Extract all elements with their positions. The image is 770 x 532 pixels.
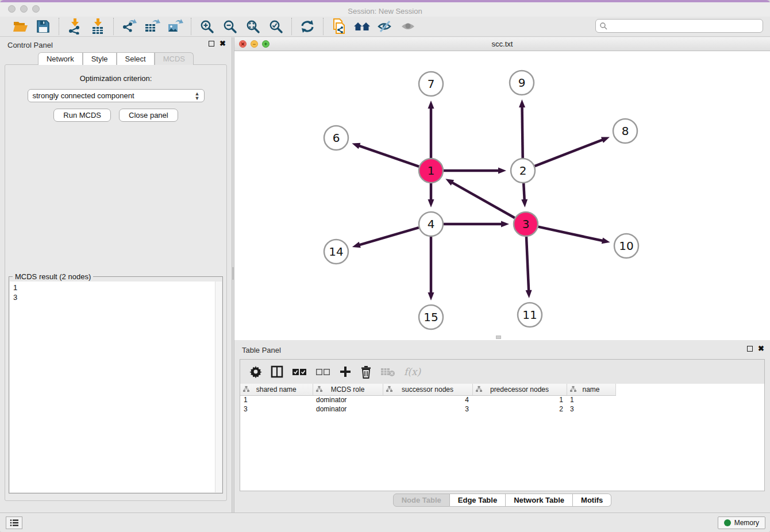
search-box[interactable] <box>595 19 763 33</box>
edge-4-15[interactable] <box>428 237 434 300</box>
tab-network-table[interactable]: Network Table <box>506 494 573 507</box>
node-6[interactable]: 6 <box>324 126 348 150</box>
save-session-icon[interactable] <box>34 18 52 35</box>
close-panel-icon[interactable]: ✖ <box>220 40 226 47</box>
export-network-icon[interactable] <box>121 18 138 35</box>
add-row-icon[interactable] <box>339 363 352 380</box>
edge-4-3[interactable] <box>444 221 509 228</box>
memory-label: Memory <box>734 519 759 527</box>
cell-shared-name[interactable]: 1 <box>240 395 313 404</box>
edge-2-9[interactable] <box>519 99 525 158</box>
tab-node-table[interactable]: Node Table <box>393 494 450 507</box>
node-1[interactable]: 1 <box>419 159 443 183</box>
tab-network[interactable]: Network <box>38 52 83 65</box>
node-4[interactable]: 4 <box>419 212 443 236</box>
deselect-all-checks-icon[interactable] <box>315 363 330 380</box>
edge-2-3[interactable] <box>521 183 528 207</box>
tab-mcds[interactable]: MCDS <box>155 52 194 65</box>
node-9[interactable]: 9 <box>510 71 534 95</box>
close-panel-button[interactable]: Close panel <box>119 109 178 122</box>
show-all-icon[interactable] <box>399 18 417 35</box>
node-7[interactable]: 7 <box>419 72 443 96</box>
cell-MCDS-role[interactable]: dominator <box>313 404 383 414</box>
close-table-panel-icon[interactable]: ✖ <box>758 345 764 352</box>
mcds-result-item[interactable]: 1 <box>13 283 222 292</box>
edge-1-7[interactable] <box>428 101 434 158</box>
optimization-criterion-label: Optimization criterion: <box>5 74 226 83</box>
criterion-select[interactable]: strongly connected component ▲▼ <box>28 89 205 102</box>
column-header-name[interactable]: name <box>567 384 615 395</box>
edge-4-14[interactable] <box>352 228 419 248</box>
cell-predecessor-nodes[interactable]: 2 <box>472 404 567 414</box>
run-mcds-button[interactable]: Run MCDS <box>53 109 111 122</box>
network-splitter-grip[interactable] <box>496 336 501 339</box>
node-3[interactable]: 3 <box>514 212 538 236</box>
zoom-fit-icon[interactable] <box>244 18 261 35</box>
task-history-button[interactable] <box>6 516 22 529</box>
cell-shared-name[interactable]: 3 <box>240 404 313 414</box>
first-neighbors-icon[interactable] <box>353 18 371 35</box>
zoom-out-icon[interactable] <box>221 18 238 35</box>
table-row[interactable]: 3dominator323 <box>240 404 764 414</box>
cell-MCDS-role[interactable]: dominator <box>313 395 383 404</box>
control-panel: Control Panel ✖ NetworkStyleSelectMCDS O… <box>0 37 232 512</box>
network-view-titlebar[interactable]: ✕ − + scc.txt <box>234 37 770 51</box>
svg-text:4: 4 <box>428 217 435 231</box>
search-input[interactable] <box>607 22 759 30</box>
refresh-icon[interactable] <box>299 18 316 35</box>
show-columns-icon[interactable] <box>271 363 283 380</box>
node-14[interactable]: 14 <box>324 240 348 264</box>
network-canvas[interactable]: 1234678910111415 <box>234 51 770 340</box>
export-table-icon[interactable] <box>144 18 161 35</box>
export-image-icon[interactable] <box>167 18 184 35</box>
svg-text:11: 11 <box>522 308 537 322</box>
tab-motifs[interactable]: Motifs <box>573 494 611 507</box>
open-session-icon[interactable] <box>11 18 29 35</box>
mcds-result-list[interactable]: 13 <box>10 282 222 492</box>
import-table-icon[interactable] <box>89 18 106 35</box>
node-10[interactable]: 10 <box>614 234 638 258</box>
tab-select[interactable]: Select <box>117 52 155 65</box>
cell-successor-nodes[interactable]: 4 <box>383 395 472 404</box>
memory-button[interactable]: Memory <box>718 516 765 529</box>
column-header-shared-name[interactable]: shared name <box>240 384 313 395</box>
float-panel-icon[interactable] <box>209 41 214 47</box>
tab-style[interactable]: Style <box>83 52 117 65</box>
edge-3-11[interactable] <box>526 237 532 298</box>
column-header-MCDS-role[interactable]: MCDS role <box>313 384 383 395</box>
edge-1-6[interactable] <box>352 143 419 167</box>
node-8[interactable]: 8 <box>613 119 637 143</box>
edge-1-2[interactable] <box>444 168 506 174</box>
node-11[interactable]: 11 <box>518 303 542 327</box>
mcds-result-group: MCDS result (2 nodes) 13 <box>9 276 223 494</box>
import-network-icon[interactable] <box>66 18 83 35</box>
column-header-predecessor-nodes[interactable]: predecessor nodes <box>472 384 567 395</box>
cell-predecessor-nodes[interactable]: 1 <box>472 395 567 404</box>
column-type-icon <box>316 386 322 394</box>
node-2[interactable]: 2 <box>511 159 535 183</box>
node-15[interactable]: 15 <box>419 305 443 329</box>
table-row[interactable]: 1dominator411 <box>240 395 764 404</box>
zoom-in-icon[interactable] <box>198 18 215 35</box>
cell-successor-nodes[interactable]: 3 <box>383 404 472 414</box>
mcds-result-item[interactable]: 3 <box>13 292 222 302</box>
zoom-selected-icon[interactable] <box>267 18 284 35</box>
mcds-result-scrollbar[interactable] <box>215 282 222 492</box>
edge-3-1[interactable] <box>445 179 515 218</box>
cell-name[interactable]: 3 <box>567 404 615 414</box>
function-builder-icon[interactable]: f(x) <box>404 363 421 380</box>
table-settings-icon[interactable] <box>249 363 262 380</box>
delete-row-icon[interactable] <box>360 363 372 380</box>
tab-edge-table[interactable]: Edge Table <box>450 494 506 507</box>
delete-table-icon[interactable] <box>380 363 395 380</box>
column-header-successor-nodes[interactable]: successor nodes <box>383 384 472 395</box>
cell-name[interactable]: 1 <box>567 395 615 404</box>
select-all-checks-icon[interactable] <box>292 363 307 380</box>
duplicate-network-icon[interactable] <box>330 18 348 35</box>
window-title: Session: New Session <box>0 7 770 16</box>
hide-selected-icon[interactable] <box>376 18 394 35</box>
edge-1-4[interactable] <box>428 183 434 207</box>
float-table-panel-icon[interactable] <box>747 346 753 352</box>
edge-2-8[interactable] <box>535 137 610 166</box>
edge-3-10[interactable] <box>538 227 610 244</box>
